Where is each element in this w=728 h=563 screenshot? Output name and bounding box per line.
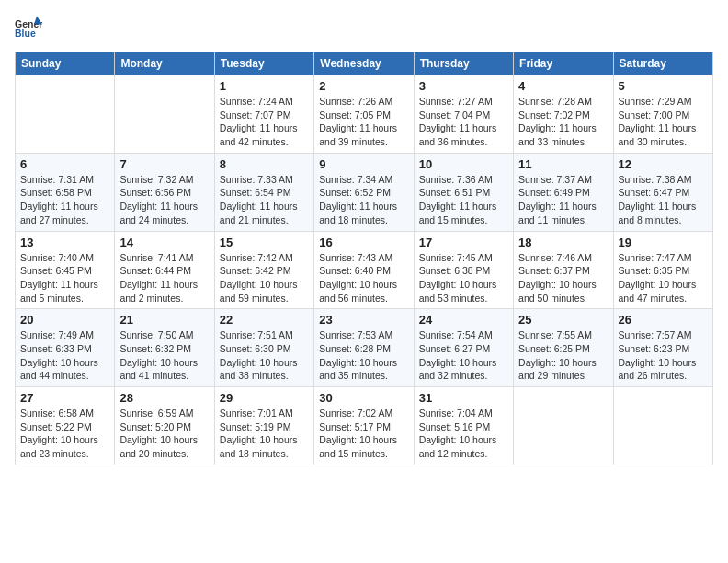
day-info: Sunrise: 7:41 AMSunset: 6:44 PMDaylight:… [119, 251, 209, 305]
day-info: Sunrise: 7:47 AMSunset: 6:35 PMDaylight:… [619, 251, 708, 305]
weekday-header-row: SundayMondayTuesdayWednesdayThursdayFrid… [16, 52, 713, 75]
day-cell: 22Sunrise: 7:51 AMSunset: 6:30 PMDayligh… [214, 309, 313, 387]
day-info: Sunrise: 7:54 AMSunset: 6:27 PMDaylight:… [419, 328, 508, 383]
day-number: 2 [319, 79, 408, 93]
day-number: 4 [518, 79, 608, 93]
day-cell: 18Sunrise: 7:46 AMSunset: 6:37 PMDayligh… [514, 231, 613, 309]
day-number: 8 [220, 157, 309, 171]
day-info: Sunrise: 7:45 AMSunset: 6:38 PMDaylight:… [419, 251, 508, 305]
svg-text:Blue: Blue [15, 28, 36, 39]
day-cell: 26Sunrise: 7:57 AMSunset: 6:23 PMDayligh… [613, 309, 712, 387]
day-info: Sunrise: 7:26 AMSunset: 7:05 PMDaylight:… [319, 95, 408, 149]
day-cell: 4Sunrise: 7:28 AMSunset: 7:02 PMDaylight… [514, 75, 613, 154]
day-cell: 14Sunrise: 7:41 AMSunset: 6:44 PMDayligh… [115, 231, 214, 309]
day-number: 23 [319, 313, 408, 327]
day-info: Sunrise: 7:46 AMSunset: 6:37 PMDaylight:… [518, 251, 608, 305]
day-info: Sunrise: 7:34 AMSunset: 6:52 PMDaylight:… [319, 173, 408, 227]
weekday-header-wednesday: Wednesday [314, 52, 414, 75]
day-info: Sunrise: 7:37 AMSunset: 6:49 PMDaylight:… [518, 173, 608, 227]
day-info: Sunrise: 7:36 AMSunset: 6:51 PMDaylight:… [419, 173, 508, 227]
day-number: 28 [119, 391, 209, 405]
day-number: 14 [119, 236, 209, 249]
day-cell: 29Sunrise: 7:01 AMSunset: 5:19 PMDayligh… [214, 387, 313, 465]
day-number: 29 [220, 391, 309, 405]
day-cell: 5Sunrise: 7:29 AMSunset: 7:00 PMDaylight… [613, 75, 712, 154]
weekday-header-saturday: Saturday [613, 52, 712, 75]
day-cell: 2Sunrise: 7:26 AMSunset: 7:05 PMDaylight… [314, 75, 414, 154]
day-number: 17 [419, 236, 508, 249]
day-cell: 17Sunrise: 7:45 AMSunset: 6:38 PMDayligh… [414, 231, 513, 309]
day-info: Sunrise: 7:29 AMSunset: 7:00 PMDaylight:… [619, 95, 708, 149]
day-info: Sunrise: 7:27 AMSunset: 7:04 PMDaylight:… [419, 95, 508, 149]
weekday-header-friday: Friday [514, 52, 613, 75]
day-number: 27 [20, 391, 109, 405]
logo-icon: General Blue [15, 15, 42, 42]
day-info: Sunrise: 7:24 AMSunset: 7:07 PMDaylight:… [220, 95, 309, 149]
page-header: General Blue [15, 15, 713, 42]
day-number: 6 [20, 157, 109, 171]
day-cell: 28Sunrise: 6:59 AMSunset: 5:20 PMDayligh… [115, 387, 214, 465]
day-number: 13 [20, 236, 109, 249]
day-info: Sunrise: 7:53 AMSunset: 6:28 PMDaylight:… [319, 328, 408, 383]
day-info: Sunrise: 6:59 AMSunset: 5:20 PMDaylight:… [119, 407, 209, 461]
day-cell: 7Sunrise: 7:32 AMSunset: 6:56 PMDaylight… [115, 153, 214, 231]
day-number: 1 [220, 79, 309, 93]
day-number: 26 [619, 313, 708, 327]
day-info: Sunrise: 7:04 AMSunset: 5:16 PMDaylight:… [419, 407, 508, 461]
weekday-header-sunday: Sunday [16, 52, 115, 75]
weekday-header-tuesday: Tuesday [214, 52, 313, 75]
day-cell: 15Sunrise: 7:42 AMSunset: 6:42 PMDayligh… [214, 231, 313, 309]
day-info: Sunrise: 7:57 AMSunset: 6:23 PMDaylight:… [619, 328, 708, 383]
day-cell: 23Sunrise: 7:53 AMSunset: 6:28 PMDayligh… [314, 309, 414, 387]
day-cell [16, 75, 115, 154]
day-cell [613, 387, 712, 465]
day-cell: 25Sunrise: 7:55 AMSunset: 6:25 PMDayligh… [514, 309, 613, 387]
day-cell: 16Sunrise: 7:43 AMSunset: 6:40 PMDayligh… [314, 231, 414, 309]
day-info: Sunrise: 7:40 AMSunset: 6:45 PMDaylight:… [20, 251, 109, 305]
day-cell: 11Sunrise: 7:37 AMSunset: 6:49 PMDayligh… [514, 153, 613, 231]
day-number: 5 [619, 79, 708, 93]
day-info: Sunrise: 7:43 AMSunset: 6:40 PMDaylight:… [319, 251, 408, 305]
logo: General Blue [15, 15, 42, 42]
day-number: 15 [220, 236, 309, 249]
day-cell: 20Sunrise: 7:49 AMSunset: 6:33 PMDayligh… [16, 309, 115, 387]
day-cell [115, 75, 214, 154]
day-number: 7 [119, 157, 209, 171]
day-info: Sunrise: 7:50 AMSunset: 6:32 PMDaylight:… [119, 328, 209, 383]
day-info: Sunrise: 7:55 AMSunset: 6:25 PMDaylight:… [518, 328, 608, 383]
day-cell: 3Sunrise: 7:27 AMSunset: 7:04 PMDaylight… [414, 75, 513, 154]
day-cell: 6Sunrise: 7:31 AMSunset: 6:58 PMDaylight… [16, 153, 115, 231]
day-cell: 24Sunrise: 7:54 AMSunset: 6:27 PMDayligh… [414, 309, 513, 387]
week-row-2: 6Sunrise: 7:31 AMSunset: 6:58 PMDaylight… [16, 153, 713, 231]
day-cell: 31Sunrise: 7:04 AMSunset: 5:16 PMDayligh… [414, 387, 513, 465]
day-number: 19 [619, 236, 708, 249]
weekday-header-thursday: Thursday [414, 52, 513, 75]
day-cell: 10Sunrise: 7:36 AMSunset: 6:51 PMDayligh… [414, 153, 513, 231]
day-cell: 8Sunrise: 7:33 AMSunset: 6:54 PMDaylight… [214, 153, 313, 231]
day-number: 25 [518, 313, 608, 327]
day-number: 30 [319, 391, 408, 405]
day-number: 22 [220, 313, 309, 327]
day-info: Sunrise: 7:42 AMSunset: 6:42 PMDaylight:… [220, 251, 309, 305]
calendar-table: SundayMondayTuesdayWednesdayThursdayFrid… [15, 52, 713, 465]
day-info: Sunrise: 7:28 AMSunset: 7:02 PMDaylight:… [518, 95, 608, 149]
day-info: Sunrise: 7:32 AMSunset: 6:56 PMDaylight:… [119, 173, 209, 227]
day-info: Sunrise: 6:58 AMSunset: 5:22 PMDaylight:… [20, 407, 109, 461]
day-cell: 1Sunrise: 7:24 AMSunset: 7:07 PMDaylight… [214, 75, 313, 154]
day-cell: 21Sunrise: 7:50 AMSunset: 6:32 PMDayligh… [115, 309, 214, 387]
day-cell: 13Sunrise: 7:40 AMSunset: 6:45 PMDayligh… [16, 231, 115, 309]
day-number: 24 [419, 313, 508, 327]
day-number: 3 [419, 79, 508, 93]
day-cell: 12Sunrise: 7:38 AMSunset: 6:47 PMDayligh… [613, 153, 712, 231]
day-cell: 19Sunrise: 7:47 AMSunset: 6:35 PMDayligh… [613, 231, 712, 309]
day-info: Sunrise: 7:31 AMSunset: 6:58 PMDaylight:… [20, 173, 109, 227]
day-cell [514, 387, 613, 465]
day-cell: 27Sunrise: 6:58 AMSunset: 5:22 PMDayligh… [16, 387, 115, 465]
week-row-3: 13Sunrise: 7:40 AMSunset: 6:45 PMDayligh… [16, 231, 713, 309]
day-number: 11 [518, 157, 608, 171]
day-info: Sunrise: 7:38 AMSunset: 6:47 PMDaylight:… [619, 173, 708, 227]
day-info: Sunrise: 7:33 AMSunset: 6:54 PMDaylight:… [220, 173, 309, 227]
week-row-4: 20Sunrise: 7:49 AMSunset: 6:33 PMDayligh… [16, 309, 713, 387]
week-row-1: 1Sunrise: 7:24 AMSunset: 7:07 PMDaylight… [16, 75, 713, 154]
day-number: 31 [419, 391, 508, 405]
